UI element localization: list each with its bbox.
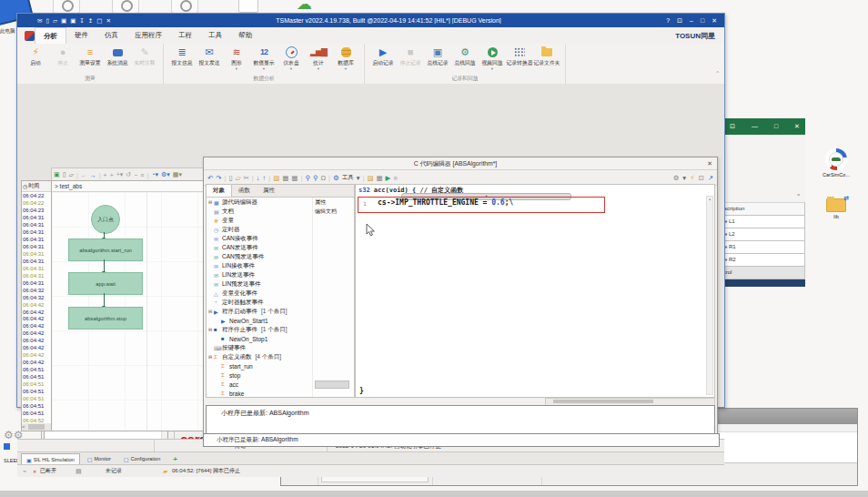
folder-icon[interactable]: ▨ [367, 174, 373, 182]
new-icon[interactable]: ▯ [229, 174, 233, 182]
ribbon-button-statistics-icon[interactable]: ▂▅▇统计▾ [305, 46, 332, 71]
camera-icon[interactable] [53, 0, 80, 14]
timestamp-row[interactable]: 06:04:42 [22, 359, 52, 366]
tree-row[interactable]: ◔定时器触发事件 [207, 298, 354, 307]
snippet-icon[interactable]: ▦ [282, 174, 288, 182]
twisty-icon[interactable]: ⊟ [207, 309, 214, 314]
ribbon-button-stop-icon[interactable]: ●停止 [49, 46, 76, 67]
move-down-icon[interactable]: ↓ [257, 174, 260, 182]
ribbon-button-gauge-icon[interactable]: 仪表盘▾ [278, 46, 305, 71]
search-next-icon[interactable]: ⚲ [313, 174, 318, 182]
tree-row[interactable]: ▶NewOn_Start1 [207, 316, 354, 325]
timestamp-row[interactable]: 06:04:31 [22, 279, 52, 287]
timestamp-row[interactable]: 06:04:23 [22, 207, 52, 214]
time-scrollbar[interactable]: < [22, 423, 52, 431]
timestamp-row[interactable]: 06:04:42 [22, 330, 52, 337]
tree-row[interactable]: Σstart_run [207, 361, 354, 370]
monitor-tab-icon[interactable]: ▢Monitor [82, 452, 116, 465]
tree-tab[interactable]: 函数 [232, 185, 257, 197]
desktop-icon-lib[interactable]: lib [817, 198, 855, 219]
add-tab-icon[interactable]: + [167, 452, 183, 465]
symbol-icon[interactable]: Ω [320, 174, 326, 182]
dock-button[interactable]: ⊡ [677, 17, 682, 25]
tree-row[interactable]: ⊟▶程序启动事件[1 个条目] [207, 307, 354, 316]
excel-row[interactable]: e L2 [724, 228, 805, 241]
flow-node-stop[interactable]: absalgorithm.stop [68, 307, 143, 330]
dropdown-icon[interactable]: ▾ [682, 174, 686, 182]
layout-icon[interactable]: ▦▾ [173, 171, 182, 178]
timestamp-row[interactable]: 06:04:51 [22, 410, 52, 417]
remove-icon[interactable]: − [134, 172, 137, 178]
redo-icon[interactable]: ↷ [216, 174, 221, 182]
tree-tab[interactable]: 属性 [257, 185, 281, 197]
timestamp-row[interactable]: 06:04:31 [22, 243, 52, 250]
tree-row[interactable]: ⊟▦源代码编辑器属性 [207, 198, 354, 207]
twisty-icon[interactable]: ⊟ [207, 327, 214, 332]
timestamp-row[interactable]: 06:04:42 [22, 351, 52, 359]
ribbon-button-video-replay-icon[interactable]: 视频回放▾ [479, 46, 506, 71]
add-more-icon[interactable]: +▾ [116, 171, 124, 178]
tree-row[interactable]: ✉CAN预发送事件 [207, 252, 354, 261]
code-line[interactable]: cs->IMP_THROTTLE_ENGINE = 0.6;\ [378, 198, 513, 207]
tree-row[interactable]: ✉CAN发送事件 [207, 243, 354, 252]
menu-tab[interactable]: 分析 [35, 27, 66, 44]
print-icon[interactable]: ⊡ [698, 174, 703, 182]
open-file-icon[interactable]: ▱ [53, 17, 57, 25]
twisty-icon[interactable]: ⊟ [207, 354, 214, 360]
list-icon[interactable]: ≡ [140, 172, 144, 178]
new-doc-icon[interactable]: ▯ [63, 171, 66, 178]
ribbon-button-record-folder-icon[interactable]: 记录文件夹 [533, 46, 560, 71]
tools-dropdown-icon[interactable]: ▾ [357, 174, 360, 182]
wrench-icon[interactable]: ⚙ [673, 174, 680, 182]
timestamp-row[interactable]: 06:04:31 [22, 250, 52, 258]
configuration-tab-icon[interactable]: ▢Configuration [118, 452, 166, 465]
collapse-ribbon-icon[interactable]: ^ [716, 70, 719, 76]
tree-row[interactable]: △变量变化事件 [207, 289, 354, 298]
move-up-icon[interactable]: ↑ [262, 174, 266, 182]
close-icon[interactable]: ✕ [794, 123, 800, 130]
flow-node-entry[interactable]: 入口点 [91, 205, 120, 234]
close-button[interactable]: ✕ [712, 17, 717, 25]
tree-row[interactable]: Σstop [207, 370, 354, 380]
undo-icon[interactable]: ↶ [207, 174, 213, 182]
app-icon[interactable] [25, 31, 35, 41]
ribbon-button-measure-setup-icon[interactable]: ≡测量设置 [76, 46, 104, 67]
timestamp-row[interactable]: 06:04:22 [22, 199, 52, 207]
back-icon[interactable]: ← [81, 172, 87, 178]
tree-row[interactable]: ✉LIN发送事件 [207, 270, 354, 279]
tree-row[interactable]: ⊟Σ自定义函数[4 个条目] [207, 352, 354, 361]
code-pane[interactable]: s32 acc(void) { // 自定义函数 ▾ 1 cs->IMP_THR… [355, 184, 715, 398]
twisty-icon[interactable]: ⊟ [207, 199, 214, 205]
run-icon[interactable]: ▶ [386, 174, 391, 182]
add-step-icon[interactable]: + [110, 172, 114, 178]
menu-tab[interactable]: 帮助 [230, 27, 260, 43]
ribbon-button-system-message-icon[interactable]: 系统消息 [104, 46, 131, 67]
menu-tab[interactable]: 仿真 [96, 27, 126, 43]
gear-icon[interactable]: ⚙ [333, 174, 339, 182]
time-mode-icon[interactable]: ◔▾ [151, 171, 158, 178]
maximize-icon[interactable]: □ [774, 123, 778, 130]
timestamp-row[interactable]: 06:04:31 [22, 265, 52, 272]
import-icon[interactable]: ↧ [79, 17, 84, 25]
search-icon[interactable]: ⚲ [305, 174, 310, 182]
timestamp-row[interactable]: 06:04:31 [22, 236, 52, 243]
tree-row[interactable]: ✉LIN接收事件 [207, 261, 354, 270]
forward-icon[interactable]: → [90, 172, 96, 178]
camera-icon[interactable] [112, 0, 139, 14]
editor-scrollbar[interactable]: ▴ [706, 196, 713, 395]
timestamp-row[interactable]: 06:04:42 [22, 322, 52, 330]
excel-row[interactable]: e R1 [724, 241, 805, 254]
timestamp-row[interactable]: 06:04:42 [22, 301, 52, 309]
add-node-icon[interactable]: + [104, 172, 107, 178]
ribbon-button-graphics-icon[interactable]: ≋图形▾ [223, 46, 250, 71]
camera-icon[interactable] [171, 0, 198, 14]
document-icon[interactable] [238, 0, 258, 13]
tools-label[interactable]: 工具 [342, 174, 354, 182]
copy-doc-icon[interactable]: ▱ [68, 171, 73, 178]
paste-icon[interactable]: ▱ [236, 174, 241, 182]
ribbon-button-database-icon[interactable]: 数据库▾ [332, 46, 359, 71]
timestamp-row[interactable]: 06:04:51 [22, 366, 52, 373]
save-icon[interactable]: ▣ [61, 17, 66, 25]
open-folder-icon[interactable]: ▨ [273, 174, 279, 182]
timestamp-row[interactable]: 06:04:31 [22, 214, 52, 221]
